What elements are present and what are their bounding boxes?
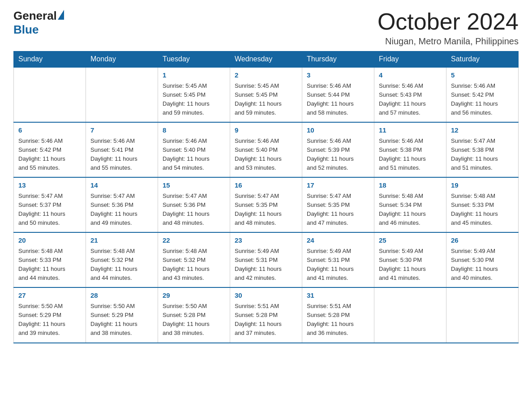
day-number: 15 [163,180,225,191]
calendar-cell: 13Sunrise: 5:47 AMSunset: 5:37 PMDayligh… [14,177,86,232]
weekday-header-saturday: Saturday [446,51,519,68]
day-info: Sunrise: 5:46 AMSunset: 5:41 PMDaylight:… [90,137,153,173]
day-number: 2 [235,70,297,81]
title-area: October 2024 Niugan, Metro Manila, Phili… [378,9,519,47]
day-number: 13 [18,180,81,191]
calendar-cell: 23Sunrise: 5:49 AMSunset: 5:31 PMDayligh… [230,232,302,287]
day-number: 26 [451,235,514,246]
calendar-cell: 9Sunrise: 5:46 AMSunset: 5:40 PMDaylight… [230,122,302,177]
calendar-cell: 21Sunrise: 5:48 AMSunset: 5:32 PMDayligh… [86,232,158,287]
day-number: 12 [451,125,514,136]
day-info: Sunrise: 5:51 AMSunset: 5:28 PMDaylight:… [235,302,297,338]
location-title: Niugan, Metro Manila, Philippines [378,36,519,47]
calendar-cell: 28Sunrise: 5:50 AMSunset: 5:29 PMDayligh… [86,287,158,342]
day-info: Sunrise: 5:48 AMSunset: 5:33 PMDaylight:… [451,192,514,228]
day-info: Sunrise: 5:46 AMSunset: 5:42 PMDaylight:… [451,81,514,118]
day-number: 25 [379,235,442,246]
calendar-cell: 12Sunrise: 5:47 AMSunset: 5:38 PMDayligh… [446,122,519,177]
day-info: Sunrise: 5:48 AMSunset: 5:34 PMDaylight:… [379,192,442,228]
day-info: Sunrise: 5:49 AMSunset: 5:30 PMDaylight:… [451,247,514,283]
day-info: Sunrise: 5:46 AMSunset: 5:42 PMDaylight:… [18,137,81,173]
weekday-header-thursday: Thursday [302,51,374,68]
day-number: 6 [18,125,81,136]
day-info: Sunrise: 5:49 AMSunset: 5:31 PMDaylight:… [307,247,369,283]
calendar-cell: 8Sunrise: 5:46 AMSunset: 5:40 PMDaylight… [158,122,230,177]
logo-general-text: General [13,9,57,23]
weekday-header-tuesday: Tuesday [158,51,230,68]
calendar-cell: 7Sunrise: 5:46 AMSunset: 5:41 PMDaylight… [86,122,158,177]
week-row-2: 6Sunrise: 5:46 AMSunset: 5:42 PMDaylight… [14,122,519,177]
logo-blue-text: Blue [13,23,39,37]
calendar-cell: 20Sunrise: 5:48 AMSunset: 5:33 PMDayligh… [14,232,86,287]
weekday-header-sunday: Sunday [14,51,86,68]
calendar-table: SundayMondayTuesdayWednesdayThursdayFrid… [13,51,519,343]
calendar-cell: 6Sunrise: 5:46 AMSunset: 5:42 PMDaylight… [14,122,86,177]
day-info: Sunrise: 5:49 AMSunset: 5:31 PMDaylight:… [235,247,297,283]
calendar-cell: 30Sunrise: 5:51 AMSunset: 5:28 PMDayligh… [230,287,302,342]
day-number: 17 [307,180,369,191]
calendar-cell [14,67,86,122]
week-row-4: 20Sunrise: 5:48 AMSunset: 5:33 PMDayligh… [14,232,519,287]
calendar-cell: 22Sunrise: 5:48 AMSunset: 5:32 PMDayligh… [158,232,230,287]
calendar-cell: 1Sunrise: 5:45 AMSunset: 5:45 PMDaylight… [158,67,230,122]
day-info: Sunrise: 5:46 AMSunset: 5:43 PMDaylight:… [379,81,442,118]
day-info: Sunrise: 5:47 AMSunset: 5:37 PMDaylight:… [18,192,81,228]
day-info: Sunrise: 5:47 AMSunset: 5:35 PMDaylight:… [235,192,297,228]
calendar-cell: 5Sunrise: 5:46 AMSunset: 5:42 PMDaylight… [446,67,519,122]
calendar-cell [86,67,158,122]
day-info: Sunrise: 5:47 AMSunset: 5:36 PMDaylight:… [163,192,225,228]
day-number: 22 [163,235,225,246]
day-number: 10 [307,125,369,136]
calendar-cell: 19Sunrise: 5:48 AMSunset: 5:33 PMDayligh… [446,177,519,232]
calendar-cell: 16Sunrise: 5:47 AMSunset: 5:35 PMDayligh… [230,177,302,232]
week-row-5: 27Sunrise: 5:50 AMSunset: 5:29 PMDayligh… [14,287,519,342]
weekday-header-row: SundayMondayTuesdayWednesdayThursdayFrid… [14,51,519,68]
day-info: Sunrise: 5:49 AMSunset: 5:30 PMDaylight:… [379,247,442,283]
day-number: 1 [163,70,225,81]
header: General Blue October 2024 Niugan, Metro … [13,9,519,47]
day-info: Sunrise: 5:50 AMSunset: 5:29 PMDaylight:… [18,302,81,338]
day-number: 29 [163,291,225,301]
weekday-header-wednesday: Wednesday [230,51,302,68]
day-info: Sunrise: 5:50 AMSunset: 5:29 PMDaylight:… [90,302,153,338]
day-info: Sunrise: 5:46 AMSunset: 5:40 PMDaylight:… [235,137,297,173]
logo-triangle-icon [58,10,64,20]
day-number: 16 [235,180,297,191]
day-info: Sunrise: 5:50 AMSunset: 5:28 PMDaylight:… [163,302,225,338]
day-number: 19 [451,180,514,191]
day-info: Sunrise: 5:45 AMSunset: 5:45 PMDaylight:… [235,81,297,118]
day-info: Sunrise: 5:51 AMSunset: 5:28 PMDaylight:… [307,302,369,338]
day-number: 31 [307,291,369,301]
day-number: 24 [307,235,369,246]
calendar-cell: 18Sunrise: 5:48 AMSunset: 5:34 PMDayligh… [374,177,446,232]
day-number: 28 [90,291,153,301]
day-number: 20 [18,235,81,246]
day-number: 8 [163,125,225,136]
calendar-cell: 11Sunrise: 5:46 AMSunset: 5:38 PMDayligh… [374,122,446,177]
calendar-cell: 31Sunrise: 5:51 AMSunset: 5:28 PMDayligh… [302,287,374,342]
calendar-cell: 10Sunrise: 5:46 AMSunset: 5:39 PMDayligh… [302,122,374,177]
day-info: Sunrise: 5:46 AMSunset: 5:39 PMDaylight:… [307,137,369,173]
day-number: 11 [379,125,442,136]
day-number: 30 [235,291,297,301]
calendar-cell [446,287,519,342]
month-title: October 2024 [378,9,519,34]
day-info: Sunrise: 5:47 AMSunset: 5:38 PMDaylight:… [451,137,514,173]
day-number: 14 [90,180,153,191]
day-info: Sunrise: 5:46 AMSunset: 5:38 PMDaylight:… [379,137,442,173]
calendar-cell: 3Sunrise: 5:46 AMSunset: 5:44 PMDaylight… [302,67,374,122]
day-number: 5 [451,70,514,81]
day-number: 23 [235,235,297,246]
calendar-cell: 25Sunrise: 5:49 AMSunset: 5:30 PMDayligh… [374,232,446,287]
day-number: 21 [90,235,153,246]
calendar-cell: 26Sunrise: 5:49 AMSunset: 5:30 PMDayligh… [446,232,519,287]
day-info: Sunrise: 5:46 AMSunset: 5:40 PMDaylight:… [163,137,225,173]
day-info: Sunrise: 5:46 AMSunset: 5:44 PMDaylight:… [307,81,369,118]
day-info: Sunrise: 5:45 AMSunset: 5:45 PMDaylight:… [163,81,225,118]
calendar-cell: 29Sunrise: 5:50 AMSunset: 5:28 PMDayligh… [158,287,230,342]
day-number: 9 [235,125,297,136]
calendar-cell: 17Sunrise: 5:47 AMSunset: 5:35 PMDayligh… [302,177,374,232]
calendar-cell: 24Sunrise: 5:49 AMSunset: 5:31 PMDayligh… [302,232,374,287]
week-row-3: 13Sunrise: 5:47 AMSunset: 5:37 PMDayligh… [14,177,519,232]
day-info: Sunrise: 5:47 AMSunset: 5:35 PMDaylight:… [307,192,369,228]
